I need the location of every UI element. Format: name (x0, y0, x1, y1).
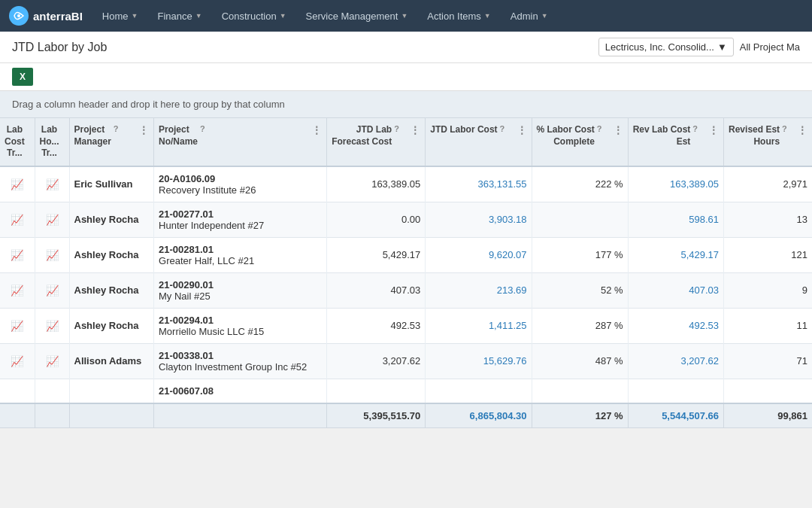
horizontal-scrollbar[interactable] (0, 427, 812, 438)
column-menu-icon[interactable]: ⋮ (613, 124, 623, 136)
revised-est-hours-cell (724, 379, 812, 403)
nav-construction[interactable]: Construction ▼ (214, 0, 294, 32)
jtd-labor-cost-cell[interactable]: 15,629.76 (426, 343, 532, 379)
chevron-down-icon: ▼ (195, 12, 202, 20)
project-filter-label: All Project Ma (740, 41, 800, 53)
help-icon[interactable]: ? (500, 124, 505, 133)
nav-action-items[interactable]: Action Items ▼ (420, 0, 498, 32)
jtd-labor-cost-cell[interactable]: 363,131.55 (426, 166, 532, 202)
excel-export-button[interactable]: X (12, 68, 33, 86)
lab-cost-trend-icon[interactable]: 📈 (11, 284, 23, 297)
jtd-labor-cost-cell[interactable] (426, 379, 532, 403)
brand-icon (9, 6, 29, 26)
rev-lab-cost-est-cell[interactable]: 407.03 (628, 272, 723, 308)
column-menu-icon[interactable]: ⋮ (410, 124, 420, 136)
project-name-cell: 20-A0106.09Recovery Institute #26 (154, 166, 327, 202)
help-icon[interactable]: ? (114, 124, 119, 133)
help-icon[interactable]: ? (692, 124, 698, 133)
nav-home[interactable]: Home ▼ (95, 0, 146, 32)
rev-lab-cost-est-cell[interactable]: 3,207.62 (628, 343, 723, 379)
project-name-cell: 21-00607.08 (154, 379, 327, 403)
column-menu-icon[interactable]: ⋮ (311, 124, 322, 136)
lab-cost-trend-icon[interactable]: 📈 (11, 355, 23, 367)
lab-cost-trend-icon[interactable]: 📈 (11, 249, 23, 261)
pct-labor-cost-complete-cell: 52 % (532, 272, 628, 308)
lab-hours-trend-icon[interactable]: 📈 (46, 214, 59, 226)
revised-est-hours-cell: 9 (724, 272, 812, 308)
jtd-labor-cost-cell[interactable]: 1,411.25 (426, 308, 532, 343)
pct-labor-cost-complete-cell: 177 % (532, 237, 628, 272)
page-title: JTD Labor by Job (12, 41, 107, 54)
project-name-cell: 21-00277.01Hunter Independent #27 (154, 202, 327, 237)
table-row: 📈📈Allison Adams21-00338.01Clayton Invest… (0, 343, 812, 379)
table-footer-row: 5,395,515.70 6,865,804.30 127 % 5,544,50… (0, 403, 812, 427)
footer-jtd-forecast-total: 5,395,515.70 (327, 403, 426, 427)
lab-hours-trend-icon[interactable]: 📈 (46, 249, 59, 261)
chevron-down-icon: ▼ (541, 12, 548, 20)
rev-lab-cost-est-cell[interactable]: 598.61 (628, 202, 723, 237)
help-icon[interactable]: ? (200, 124, 205, 133)
table-row: 21-00607.08 (0, 379, 812, 403)
jtd-labor-cost-cell[interactable]: 213.69 (426, 272, 532, 308)
lab-hours-trend-icon[interactable]: 📈 (46, 355, 59, 367)
column-menu-icon[interactable]: ⋮ (138, 124, 149, 136)
column-menu-icon[interactable]: ⋮ (708, 124, 719, 136)
pct-labor-cost-complete-cell (532, 379, 628, 403)
group-hint: Drag a column header and drop it here to… (0, 91, 812, 118)
project-manager-cell: Eric Sullivan (69, 166, 154, 202)
revised-est-hours-cell: 13 (724, 202, 812, 237)
project-name-cell: 21-00338.01Clayton Investment Group Inc … (154, 343, 327, 379)
nav-finance[interactable]: Finance ▼ (150, 0, 209, 32)
nav-service-management[interactable]: Service Management ▼ (298, 0, 416, 32)
toolbar: X (0, 63, 812, 91)
project-manager-cell (69, 379, 154, 403)
company-select[interactable]: Lectricus, Inc. Consolid... ▼ (598, 38, 734, 56)
help-icon[interactable]: ? (597, 124, 602, 133)
jtd-labor-cost-cell[interactable]: 9,620.07 (426, 237, 532, 272)
project-manager-cell: Ashley Rocha (69, 237, 154, 272)
table-row: 📈📈Ashley Rocha21-00281.01Greater Half, L… (0, 237, 812, 272)
th-project-manager: ProjectManager ? ⋮ (69, 118, 154, 166)
help-icon[interactable]: ? (394, 124, 399, 133)
chevron-down-icon: ▼ (280, 12, 286, 20)
jtd-forecast-cost-cell: 3,207.62 (327, 343, 426, 379)
lab-hours-trend-icon[interactable]: 📈 (46, 178, 59, 190)
jtd-forecast-cost-cell (327, 379, 426, 403)
column-menu-icon[interactable]: ⋮ (517, 124, 527, 136)
lab-hours-trend-icon[interactable]: 📈 (46, 320, 59, 332)
svg-point-0 (17, 14, 20, 17)
project-manager-cell: Allison Adams (69, 343, 154, 379)
project-name-cell: 21-00294.01Morriello Music LLC #15 (154, 308, 327, 343)
rev-lab-cost-est-cell[interactable]: 163,389.05 (628, 166, 723, 202)
jtd-forecast-cost-cell: 0.00 (327, 202, 426, 237)
rev-lab-cost-est-cell[interactable]: 492.53 (628, 308, 723, 343)
subheader-controls: Lectricus, Inc. Consolid... ▼ All Projec… (598, 38, 800, 56)
table-header-row: LabCostTr... LabHo...Tr... ProjectManage… (0, 118, 812, 166)
nav-admin[interactable]: Admin ▼ (503, 0, 556, 32)
table-row: 📈📈Ashley Rocha21-00294.01Morriello Music… (0, 308, 812, 343)
th-lab-cost-trend: LabCostTr... (0, 118, 35, 166)
footer-jtd-labor-total: 6,865,804.30 (426, 403, 532, 427)
lab-hours-trend-icon[interactable]: 📈 (46, 284, 59, 297)
lab-cost-trend-icon[interactable]: 📈 (11, 320, 23, 332)
jtd-forecast-cost-cell: 163,389.05 (327, 166, 426, 202)
lab-cost-trend-icon[interactable]: 📈 (11, 214, 23, 226)
table-row: 📈📈Ashley Rocha21-00277.01Hunter Independ… (0, 202, 812, 237)
rev-lab-cost-est-cell[interactable] (628, 379, 723, 403)
rev-lab-cost-est-cell[interactable]: 5,429.17 (628, 237, 723, 272)
th-pct-labor-cost-complete: % Labor CostComplete ? ⋮ (532, 118, 628, 166)
pct-labor-cost-complete-cell: 287 % (532, 308, 628, 343)
brand-logo[interactable]: anterraBI (9, 6, 83, 26)
lab-cost-trend-icon[interactable]: 📈 (11, 178, 23, 190)
pct-labor-cost-complete-cell: 222 % (532, 166, 628, 202)
revised-est-hours-cell: 71 (724, 343, 812, 379)
revised-est-hours-cell: 2,971 (724, 166, 812, 202)
jtd-forecast-cost-cell: 5,429.17 (327, 237, 426, 272)
project-name-cell: 21-00290.01My Nail #25 (154, 272, 327, 308)
footer-pct-complete-total: 127 % (532, 403, 628, 427)
project-name-cell: 21-00281.01Greater Half, LLC #21 (154, 237, 327, 272)
jtd-labor-cost-cell[interactable]: 3,903.18 (426, 202, 532, 237)
column-menu-icon[interactable]: ⋮ (797, 124, 807, 136)
table-row: 📈📈Ashley Rocha21-00290.01My Nail #25407.… (0, 272, 812, 308)
help-icon[interactable]: ? (782, 124, 787, 133)
